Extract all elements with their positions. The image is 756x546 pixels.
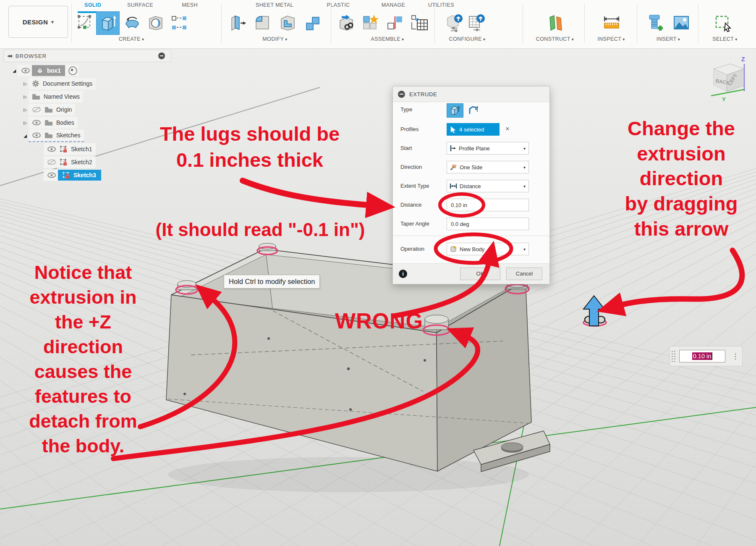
folder-icon [44,107,53,113]
hole-button[interactable] [146,13,165,32]
info-icon[interactable]: i [399,270,407,278]
expand-closed-icon[interactable]: ▷ [22,121,29,125]
insert-link-button[interactable] [336,13,355,32]
extrude-type-solid-button[interactable] [447,103,463,118]
extent-type-label: Extent Type [400,183,429,189]
create-group-label[interactable]: CREATE▾ [104,36,159,42]
collapse-dialog-icon[interactable] [398,91,405,98]
bom-table-button[interactable] [410,13,429,32]
chevron-down-icon: ▾ [142,37,144,42]
extent-type-dropdown[interactable]: Distance ▾ [447,180,529,192]
configure-group-label[interactable]: CONFIGURE▾ [440,36,494,42]
expand-open-icon[interactable]: ◢ [22,134,29,138]
visibility-eye-icon[interactable] [21,68,30,74]
insert-fastener-button[interactable] [645,13,664,32]
modify-group-label[interactable]: MODIFY▾ [248,36,302,42]
tree-row-sketch3-selected[interactable]: Sketch3 [44,169,101,181]
visibility-off-eye-icon[interactable] [32,107,41,113]
configure-design-button[interactable] [445,13,464,32]
construct-group-label[interactable]: CONSTRUCT▾ [528,36,582,42]
type-label: Type [400,106,412,113]
activate-component-radio[interactable] [68,66,77,75]
minimize-browser-icon[interactable] [158,52,165,59]
profiles-selected-chip[interactable]: 4 selected [447,123,500,136]
gear-icon [32,80,39,87]
tab-manage[interactable]: MANAGE [377,2,410,8]
extrude-dialog-header[interactable]: EXTRUDE [393,87,549,102]
tab-surface[interactable]: SURFACE [123,2,157,8]
folder-icon [44,120,53,126]
direction-dropdown[interactable]: One Side ▾ [447,161,529,173]
expand-closed-icon[interactable]: ▷ [22,94,29,99]
create-sketch-button[interactable] [76,13,95,32]
view-cube[interactable]: Z Y BACK LEFT [705,52,756,102]
tree-row-sketches[interactable]: ◢ Sketches [22,130,84,142]
visibility-eye-icon[interactable] [32,132,41,138]
configure-table-button[interactable] [467,13,486,32]
tab-solid[interactable]: SOLID [76,2,110,8]
joint-button[interactable] [385,13,405,32]
tab-mesh[interactable]: MESH [173,2,207,8]
start-dropdown[interactable]: Profile Plane ▾ [447,142,529,155]
text-cursor [712,352,712,360]
tree-row-origin[interactable]: ▷ Origin [22,104,75,116]
kebab-menu-icon[interactable]: ⋮ [732,352,739,361]
expand-closed-icon[interactable]: ▷ [22,108,29,112]
dimension-manipulator-box: 0.10 in ⋮ [670,346,743,366]
pattern-button[interactable] [170,13,189,32]
cancel-button[interactable]: Cancel [506,268,542,280]
tree-row-named-views[interactable]: ▷ Named Views [22,91,83,102]
visibility-eye-icon[interactable] [47,172,56,178]
select-group-label[interactable]: SELECT▾ [698,36,752,42]
expand-closed-icon[interactable]: ▷ [22,81,29,86]
model-shadow [168,457,529,492]
divider [71,4,72,43]
distance-extent-icon [450,183,457,189]
chevron-down-icon: ▾ [735,37,737,42]
revolve-button[interactable] [123,13,142,32]
shell-button[interactable] [278,13,297,32]
distance-label: Distance [400,202,422,208]
visibility-eye-icon[interactable] [47,146,56,152]
visibility-off-eye-icon[interactable] [47,159,56,165]
new-component-button[interactable] [360,13,379,32]
ok-button[interactable]: OK [460,268,500,280]
assemble-group-label[interactable]: ASSEMBLE▾ [360,36,415,42]
distance-input[interactable]: 0.10 in [447,199,529,211]
construct-plane-button[interactable] [546,13,565,32]
tree-row-document-settings[interactable]: ▷ Document Settings [22,78,96,89]
sketch-locked-icon [60,158,68,166]
operation-dropdown[interactable]: New Body ▾ [447,243,529,255]
clear-selection-icon[interactable]: × [505,125,510,133]
tree-row-bodies[interactable]: ▷ Bodies [22,117,78,129]
tree-row-box1[interactable]: ◢ box1 [11,65,79,76]
chevron-down-icon: ▾ [523,165,526,170]
inspect-group-label[interactable]: INSPECT▾ [584,36,638,42]
tree-row-sketch2[interactable]: Sketch2 [44,156,96,168]
operation-label: Operation [400,246,424,252]
insert-image-button[interactable] [672,13,691,32]
press-pull-button[interactable] [228,13,247,32]
extrude-type-thin-button[interactable] [465,103,482,118]
combine-button[interactable] [303,13,322,32]
collapse-panel-icon[interactable]: ◀◀ [7,54,11,58]
tab-plastic[interactable]: PLASTIC [322,2,355,8]
annotation-wrong: WRONG [333,307,425,336]
sketch-locked-icon [62,171,70,179]
visibility-eye-icon[interactable] [32,120,41,126]
expand-open-icon[interactable]: ◢ [11,68,18,73]
distance-dimension-input[interactable]: 0.10 in [679,350,725,362]
extrude-button-active[interactable] [96,11,120,35]
tab-sheet-metal[interactable]: SHEET METAL [249,2,300,8]
divider [434,4,435,43]
taper-angle-input[interactable]: 0.0 deg [447,218,529,230]
fillet-button[interactable] [253,13,272,32]
insert-group-label[interactable]: INSERT▾ [641,36,696,42]
tree-row-sketch1[interactable]: Sketch1 [44,143,96,155]
select-tool-button[interactable] [714,13,733,32]
drag-handle-icon[interactable] [672,351,677,362]
measure-button[interactable] [602,13,621,32]
component-box1[interactable]: box1 [32,65,65,76]
design-workspace-dropdown[interactable]: DESIGN ▾ [8,6,68,38]
tab-utilities[interactable]: UTILITIES [424,2,458,8]
